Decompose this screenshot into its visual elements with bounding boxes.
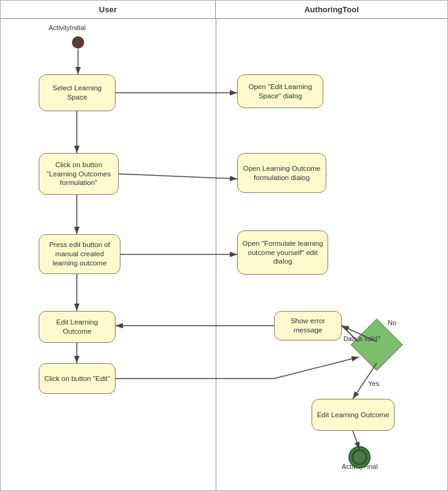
no-label: No [388, 319, 396, 326]
activity-initial-node [72, 36, 84, 49]
show-error-message-node: Show error message [274, 311, 342, 340]
activity-final-node [352, 449, 367, 465]
swimlane-divider [216, 19, 216, 491]
activity-initial-label: ActivityInitial [49, 24, 86, 31]
diagram-container: User AuthoringTool ActivityInitial Selec… [0, 0, 448, 491]
data-valid-diamond [351, 319, 403, 371]
header-user: User [1, 1, 216, 18]
open-formulate-dialog-node: Open "Formulate learning outcome yoursel… [237, 230, 328, 275]
click-edit-button-node: Click on button "Edit" [39, 363, 116, 394]
open-formulation-dialog-node: Open Learning Outcome formulation dialog [237, 153, 326, 193]
select-learning-space-node: Select Learning Space [39, 74, 116, 111]
edit-learning-outcome-tool-node: Edit Learning Outcome [312, 399, 395, 431]
press-edit-button-node: Press edit button of manual created lear… [39, 234, 120, 274]
svg-line-11 [274, 357, 359, 379]
svg-line-5 [119, 174, 237, 179]
click-learning-outcomes-node: Click on button "Learning Outcomes formu… [39, 153, 119, 195]
svg-line-17 [353, 431, 360, 449]
header-authoring: AuthoringTool [216, 1, 447, 18]
open-edit-dialog-node: Open "Edit Learning Space" dialog [237, 74, 323, 108]
header-row: User AuthoringTool [1, 1, 447, 19]
edit-learning-outcome-user-node: Edit Learning Outcome [39, 311, 116, 343]
data-valid-label: Data is valid? [344, 336, 380, 342]
yes-label: Yes [368, 380, 379, 387]
